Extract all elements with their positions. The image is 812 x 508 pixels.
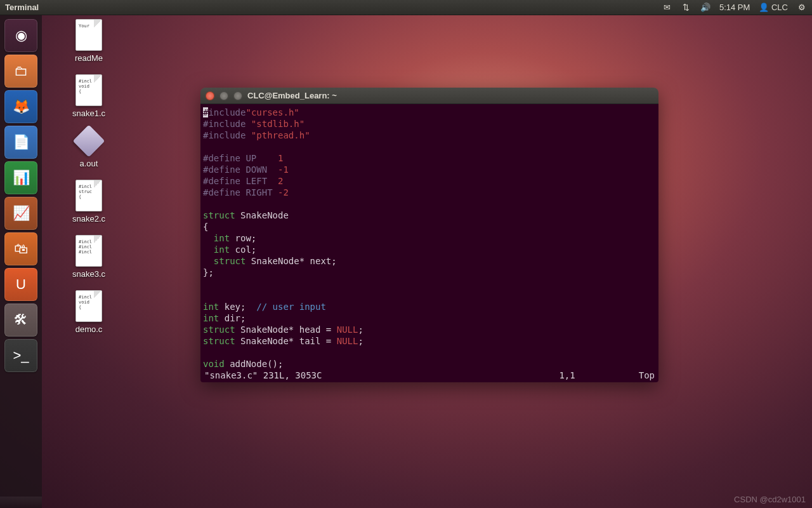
watermark: CSDN @cd2w1001 bbox=[734, 495, 806, 504]
launcher-firefox[interactable]: 🦊 bbox=[4, 90, 37, 123]
terminal-body[interactable]: #include"curses.h"#include "stdlib.h"#in… bbox=[200, 104, 658, 382]
active-app-title: Terminal bbox=[5, 3, 39, 12]
code-line: struct SnakeNode* tail = NULL; bbox=[203, 335, 656, 347]
launcher-writer[interactable]: 📄 bbox=[4, 126, 37, 159]
document-icon: #incl #incl #incl bbox=[75, 235, 102, 267]
code-line: struct SnakeNode* next; bbox=[203, 255, 656, 267]
clock[interactable]: 5:14 PM bbox=[719, 3, 750, 12]
desktop-icon-label: a.out bbox=[51, 159, 127, 168]
close-button[interactable] bbox=[206, 91, 214, 100]
desktop-icon-snake2-c[interactable]: #incl struc {snake2.c bbox=[51, 180, 127, 224]
document-icon: #incl void { bbox=[75, 290, 102, 322]
top-panel: Terminal ✉ ⇅ 🔊 5:14 PM 👤 CLC ⚙ bbox=[0, 0, 812, 15]
user-menu[interactable]: 👤 CLC bbox=[759, 3, 788, 12]
minimize-button[interactable] bbox=[219, 91, 228, 100]
terminal-title: CLC@Embed_Learn: ~ bbox=[247, 91, 337, 100]
launcher-settings[interactable]: 🛠 bbox=[4, 304, 37, 337]
network-icon[interactable]: ⇅ bbox=[681, 3, 691, 13]
code-line: int col; bbox=[203, 244, 656, 255]
code-line: #define DOWN -1 bbox=[203, 164, 656, 175]
desktop-icon-a-out[interactable]: a.out bbox=[51, 130, 127, 168]
document-icon: #incl struc { bbox=[75, 180, 102, 211]
code-line bbox=[203, 290, 656, 301]
status-position: 1,1 bbox=[559, 370, 575, 381]
code-line: }; bbox=[203, 267, 656, 278]
desktop-icon-label: snake1.c bbox=[51, 109, 127, 118]
status-file: "snake3.c" 231L, 3053C bbox=[204, 370, 322, 381]
code-line bbox=[203, 198, 656, 210]
gear-icon[interactable]: ⚙ bbox=[797, 3, 807, 13]
desktop-icon-demo-c[interactable]: #incl void {demo.c bbox=[51, 290, 127, 334]
code-line bbox=[203, 347, 656, 358]
code-line: struct SnakeNode bbox=[203, 210, 656, 221]
code-line: #define LEFT 2 bbox=[203, 175, 656, 187]
desktop: YourreadMe#incl void {snake1.ca.out#incl… bbox=[51, 19, 127, 345]
launcher-nautilus[interactable]: 🗀 bbox=[4, 55, 37, 88]
desktop-icon-label: snake2.c bbox=[51, 214, 127, 224]
executable-icon bbox=[73, 125, 105, 157]
terminal-window: CLC@Embed_Learn: ~ #include"curses.h"#in… bbox=[200, 88, 658, 382]
desktop-icon-label: demo.c bbox=[51, 324, 127, 334]
desktop-icon-label: readMe bbox=[51, 53, 127, 63]
launcher-calc[interactable]: 📊 bbox=[4, 161, 37, 194]
maximize-button[interactable] bbox=[233, 91, 242, 100]
launcher-software[interactable]: 🛍 bbox=[4, 232, 37, 265]
launcher: ◉🗀🦊📄📊📈🛍U🛠>_ bbox=[0, 15, 42, 508]
desktop-icon-label: snake3.c bbox=[51, 269, 127, 279]
desktop-icon-snake3-c[interactable]: #incl #incl #inclsnake3.c bbox=[51, 235, 127, 279]
code-line: #include "stdlib.h" bbox=[203, 118, 656, 130]
code-line: void addNode(); bbox=[203, 358, 656, 370]
launcher-terminal[interactable]: >_ bbox=[4, 339, 37, 372]
code-line: int row; bbox=[203, 232, 656, 244]
code-line: struct SnakeNode* head = NULL; bbox=[203, 324, 656, 335]
launcher-ubuntuone[interactable]: U bbox=[4, 268, 37, 301]
terminal-titlebar[interactable]: CLC@Embed_Learn: ~ bbox=[200, 88, 658, 104]
code-line: int key; // user input bbox=[203, 301, 656, 312]
document-icon: #incl void { bbox=[75, 74, 102, 106]
vim-status-line: "snake3.c" 231L, 3053C1,1Top bbox=[203, 370, 656, 381]
code-line: int dir; bbox=[203, 312, 656, 324]
desktop-icon-snake1-c[interactable]: #incl void {snake1.c bbox=[51, 74, 127, 118]
code-line: #define RIGHT -2 bbox=[203, 187, 656, 198]
code-line: { bbox=[203, 221, 656, 232]
launcher-dash[interactable]: ◉ bbox=[4, 19, 37, 52]
desktop-icon-readMe[interactable]: YourreadMe bbox=[51, 19, 127, 63]
code-line bbox=[203, 278, 656, 290]
volume-icon[interactable]: 🔊 bbox=[700, 3, 710, 13]
launcher-impress[interactable]: 📈 bbox=[4, 197, 37, 230]
code-line bbox=[203, 141, 656, 152]
mail-icon[interactable]: ✉ bbox=[662, 3, 672, 13]
status-scroll: Top bbox=[639, 370, 655, 381]
code-line: #include"curses.h" bbox=[203, 107, 656, 118]
code-line: #include "pthread.h" bbox=[203, 130, 656, 141]
document-icon: Your bbox=[75, 19, 102, 51]
code-line: #define UP 1 bbox=[203, 152, 656, 164]
